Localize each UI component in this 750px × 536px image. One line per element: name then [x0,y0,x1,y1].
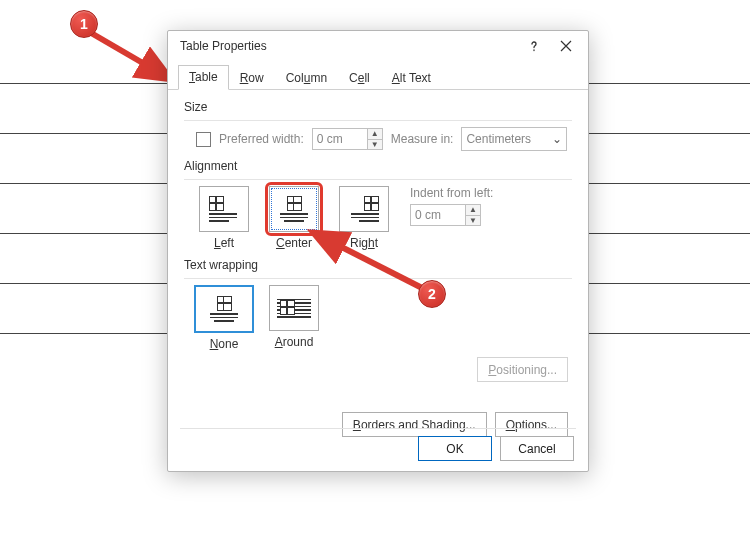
dialog-title: Table Properties [174,39,518,53]
cancel-button[interactable]: Cancel [500,436,574,461]
tab-table[interactable]: Table [178,65,229,90]
spin-up-icon[interactable]: ▲ [466,205,480,215]
positioning-button[interactable]: Positioning... [477,357,568,382]
alignment-group-label: Alignment [184,159,572,173]
spin-down-icon[interactable]: ▼ [466,215,480,226]
tab-column[interactable]: Column [275,66,338,90]
preferred-width-spinner[interactable]: 0 cm ▲▼ [312,128,383,150]
wrap-none-option[interactable] [194,285,254,333]
ok-button[interactable]: OK [418,436,492,461]
align-left-option[interactable] [199,186,249,232]
spin-up-icon[interactable]: ▲ [368,129,382,139]
tab-row[interactable]: Row [229,66,275,90]
spin-down-icon[interactable]: ▼ [368,139,382,150]
annotation-badge-2: 2 [418,280,446,308]
svg-line-3 [312,232,430,292]
options-button[interactable]: Options... [495,412,568,437]
tab-strip: Table Row Column Cell Alt Text [168,63,588,90]
preferred-width-value[interactable]: 0 cm [312,128,368,150]
align-left-label: Left [214,236,234,250]
chevron-down-icon: ⌄ [552,132,562,146]
size-group-label: Size [184,100,572,114]
preferred-width-label: Preferred width: [219,132,304,146]
measure-in-select[interactable]: Centimeters ⌄ [461,127,567,151]
measure-in-value: Centimeters [466,132,531,146]
indent-from-left-label: Indent from left: [410,186,493,200]
wrap-none-label: None [210,337,239,351]
tab-alt-text[interactable]: Alt Text [381,66,442,90]
help-button[interactable] [518,32,550,60]
close-button[interactable] [550,32,582,60]
borders-shading-button[interactable]: Borders and Shading... [342,412,487,437]
tab-cell[interactable]: Cell [338,66,381,90]
preferred-width-checkbox[interactable] [196,132,211,147]
svg-line-1 [86,30,172,80]
dialog-titlebar: Table Properties [168,31,588,61]
annotation-badge-1: 1 [70,10,98,38]
wrap-around-label: Around [275,335,314,349]
measure-in-label: Measure in: [391,132,454,146]
